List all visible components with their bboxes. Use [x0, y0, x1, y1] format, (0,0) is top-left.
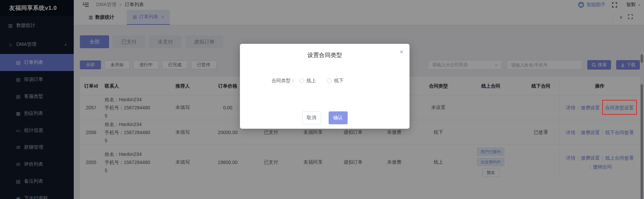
radio-label: 线下: [334, 78, 344, 84]
confirm-button[interactable]: 确认: [329, 111, 348, 124]
modal-footer: 取消 确认: [240, 111, 410, 124]
contract-type-modal: 设置合同类型 × 合同类型： 线上线下 取消 确认: [240, 44, 410, 129]
radio-circle-icon: [299, 78, 304, 83]
radio-option-1[interactable]: 线下: [327, 78, 344, 84]
radio-circle-icon: [327, 78, 332, 83]
contract-type-form: 合同类型： 线上线下: [272, 78, 344, 84]
cancel-button[interactable]: 取消: [302, 111, 321, 124]
radio-option-0[interactable]: 线上: [299, 78, 316, 84]
app-window: 友福同享系统v1.0 ▥数据统计⌂DMA管理∧▤订单列表▤筛选订单▤客服类型▦协…: [0, 0, 644, 199]
modal-title: 设置合同类型: [240, 51, 410, 59]
contract-type-radios: 线上线下: [295, 78, 344, 84]
close-icon[interactable]: ×: [400, 49, 403, 55]
radio-label: 线上: [307, 78, 316, 84]
contract-type-label: 合同类型：: [272, 78, 295, 84]
